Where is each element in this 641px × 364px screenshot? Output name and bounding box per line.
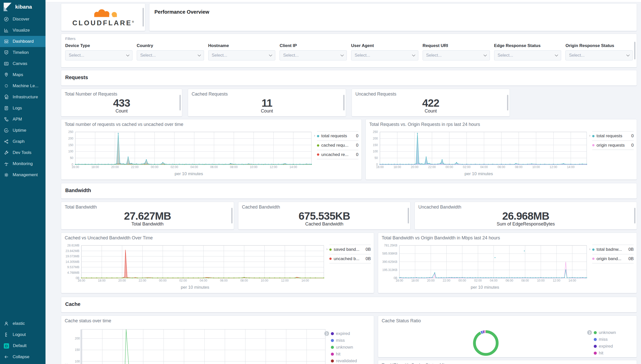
sidebar-item-discover[interactable]: Discover	[0, 14, 45, 25]
requests-vs-origin-chart[interactable]: 05010015020025016:0018:0020:0022:0000:00…	[369, 131, 589, 169]
legend-collapse-icon[interactable]: ❯	[324, 331, 329, 336]
sidebar-item-maps[interactable]: Maps	[0, 69, 45, 80]
svg-text:00:00: 00:00	[446, 165, 453, 169]
metric-cached-requests: Cached Requests 11 Count	[188, 89, 346, 117]
origin-response-status-select[interactable]: Select...	[565, 50, 633, 60]
metric-value: 422	[352, 98, 510, 109]
legend-dot	[592, 248, 594, 251]
legend-collapse-icon[interactable]: ›	[314, 133, 315, 138]
legend-entry[interactable]: unknown	[331, 344, 371, 351]
kibana-logo-text: kibana	[15, 4, 32, 10]
svg-text:14.305MB: 14.305MB	[65, 260, 79, 264]
sidebar-item-monitoring[interactable]: Monitoring	[0, 158, 45, 169]
legend-entry[interactable]: hit	[331, 351, 371, 357]
sidebar-item-logout[interactable]: Logout	[0, 329, 45, 340]
legend-collapse-icon[interactable]: ❯	[587, 330, 592, 335]
x-axis-label: per 10 minutes	[381, 285, 589, 290]
metric-cached-bandwidth: Cached Bandwidth 675.535KB Cached Bandwi…	[238, 202, 410, 230]
legend-entry[interactable]: miss	[331, 337, 371, 344]
legend-entry[interactable]: cached requ...0	[317, 141, 358, 150]
cloudflare-logo-icon	[79, 8, 127, 20]
user-agent-select[interactable]: Select...	[351, 50, 418, 60]
sidebar-item-canvas[interactable]: Canvas	[0, 58, 45, 69]
panel-scrollbar[interactable]	[179, 95, 181, 110]
legend-entry[interactable]: miss	[594, 336, 634, 343]
country-select[interactable]: Select...	[137, 50, 204, 60]
legend-collapse-icon[interactable]: ›	[589, 247, 590, 251]
sidebar-item-label: Discover	[13, 17, 29, 22]
legend-entry[interactable]: revalidated	[594, 356, 634, 357]
metric-unit: Sum of EdgeResponseBytes	[415, 221, 637, 227]
panel-scrollbar[interactable]	[634, 208, 635, 223]
legend-entry[interactable]: expired	[594, 343, 634, 350]
sidebar-item-uptime[interactable]: Uptime	[0, 125, 45, 136]
legend-entry[interactable]: uncached re...0	[317, 150, 358, 159]
legend-entry[interactable]: uncached b...0B	[329, 254, 371, 263]
svg-text:00:00: 00:00	[159, 279, 167, 282]
cache-status-ratio-donut[interactable]	[473, 330, 499, 356]
client-ip-select[interactable]: Select...	[280, 50, 347, 60]
select-placeholder: Select...	[283, 53, 299, 58]
legend-label: revalidated	[336, 358, 357, 363]
kibana-logo[interactable]: kibana	[0, 0, 45, 14]
svg-text:4.768MB: 4.768MB	[67, 271, 79, 275]
sidebar-item-visualize[interactable]: Visualize	[0, 25, 45, 36]
legend-entry[interactable]: total requests0	[317, 131, 358, 141]
edge-response-status-select[interactable]: Select...	[494, 50, 561, 60]
svg-text:100: 100	[75, 360, 80, 363]
sidebar-item-dashboard[interactable]: Dashboard	[0, 36, 45, 47]
sidebar: kibana Discover Visualize Dashboard Time…	[0, 0, 45, 364]
legend-entry[interactable]: revalidated	[331, 357, 371, 364]
sidebar-item-default-space[interactable]: D Default	[0, 340, 45, 351]
metric-unit: Total Bandwidth	[61, 221, 234, 227]
panel-scrollbar[interactable]	[231, 208, 233, 223]
sidebar-item-management[interactable]: Management	[0, 169, 45, 180]
device-type-select[interactable]: Select...	[65, 50, 132, 60]
sidebar-item-infrastructure[interactable]: Infrastructure	[0, 92, 45, 103]
legend-dot	[317, 135, 319, 137]
legend-entry[interactable]: origin requests0	[592, 141, 634, 150]
requests-over-time-chart[interactable]: 05010015020025016:0018:0020:0022:0000:00…	[64, 131, 313, 169]
cache-status-over-time-chart[interactable]: 05010015020016:0018:0020:0022:0000:0002:…	[68, 328, 327, 364]
sidebar-item-graph[interactable]: Graph	[0, 136, 45, 147]
svg-text:200: 200	[75, 337, 80, 340]
sidebar-item-dev-tools[interactable]: Dev Tools	[0, 147, 45, 158]
bandwidth-vs-origin-chart[interactable]: 0B195.313KB390.625KB585.938KB781.25KB16:…	[381, 244, 589, 283]
cache-right-column: Cache Status Ratio ❯ unknownmissexpiredh…	[378, 315, 637, 364]
chevron-down-icon	[484, 53, 487, 56]
legend-collapse-icon[interactable]: ›	[326, 247, 328, 251]
legend-dot	[594, 338, 597, 341]
panel-scrollbar[interactable]	[343, 95, 345, 110]
request-uri-select[interactable]: Select...	[423, 50, 490, 60]
panel-scrollbar[interactable]	[143, 8, 144, 27]
bandwidth-over-time-chart[interactable]: 0B4.768MB9.537MB14.305MB19.073MB23.842MB…	[64, 244, 326, 283]
sidebar-item-timelion[interactable]: Timelion	[0, 47, 45, 58]
svg-text:100: 100	[373, 150, 378, 153]
collapse-icon	[4, 354, 9, 359]
legend-entry[interactable]: total badnw...0B	[592, 245, 634, 254]
legend-entry[interactable]: saved band...0B	[329, 245, 371, 254]
sidebar-item-label: Machine Le...	[13, 83, 38, 88]
legend-entry[interactable]: hit	[594, 350, 634, 356]
legend-dot	[592, 144, 594, 146]
legend-entry[interactable]: total requests0	[592, 131, 634, 141]
legend-collapse-icon[interactable]: ›	[589, 133, 590, 138]
legend-entry[interactable]: expired	[331, 330, 371, 337]
metric-unit: Count	[61, 108, 182, 114]
filter-edge-response-status: Edge Response Status Select...	[494, 42, 561, 60]
panel-scrollbar[interactable]	[634, 42, 635, 59]
sidebar-item-elastic-user[interactable]: elastic	[0, 318, 45, 329]
sidebar-item-apm[interactable]: APM	[0, 114, 45, 125]
metric-total-bandwidth: Total Bandwidth 27.627MB Total Bandwidth	[61, 202, 234, 230]
panel-scrollbar[interactable]	[408, 208, 409, 223]
sidebar-item-collapse[interactable]: Collapse	[0, 351, 45, 362]
legend-entry[interactable]: origin band...0B	[592, 254, 634, 263]
legend-entry[interactable]: unknown	[594, 329, 634, 336]
metric-unit: Count	[352, 108, 510, 114]
hostname-select[interactable]: Select...	[208, 50, 276, 60]
sidebar-item-machine-learning[interactable]: Machine Le...	[0, 80, 45, 92]
sidebar-item-logs[interactable]: Logs	[0, 103, 45, 114]
metric-value: 433	[61, 98, 182, 109]
logout-icon	[4, 332, 9, 337]
panel-scrollbar[interactable]	[507, 95, 508, 110]
